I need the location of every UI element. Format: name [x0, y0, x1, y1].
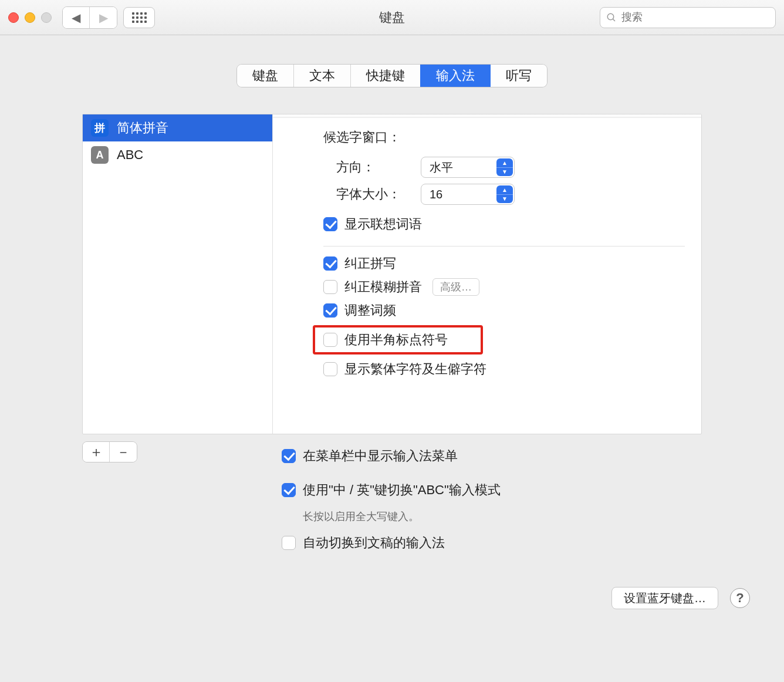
close-window[interactable]: [8, 12, 19, 23]
show-trad-row: 显示繁体字符及生僻字符: [323, 360, 685, 378]
auto-switch-row: 自动切换到文稿的输入法: [282, 534, 501, 552]
scroll-edge: [273, 114, 701, 118]
fontsize-value: 16: [430, 188, 442, 201]
show-assoc-row: 显示联想词语: [323, 215, 685, 233]
global-options: 在菜单栏中显示输入法菜单 使用"中 / 英"键切换"ABC"输入模式 长按以启用…: [282, 441, 501, 558]
halfwidth-punct-highlight: 使用半角标点符号: [313, 325, 483, 354]
source-abc[interactable]: A ABC: [83, 141, 272, 168]
toggle-abc-label: 使用"中 / 英"键切换"ABC"输入模式: [303, 481, 501, 499]
search-icon: [606, 12, 617, 23]
question-icon: ?: [736, 590, 744, 606]
show-assoc-checkbox[interactable]: [323, 217, 337, 231]
add-remove-source: ＋ －: [82, 441, 137, 462]
below-panel: ＋ － 在菜单栏中显示输入法菜单 使用"中 / 英"键切换"ABC"输入模式 长…: [82, 441, 702, 558]
svg-point-0: [607, 13, 614, 20]
nav-back-button[interactable]: ◀: [63, 7, 90, 28]
search-input[interactable]: [621, 11, 769, 23]
source-pinyin[interactable]: 拼 简体拼音: [83, 114, 272, 141]
toggle-abc-row: 使用"中 / 英"键切换"ABC"输入模式: [282, 481, 501, 499]
window-controls: [8, 12, 52, 23]
tab-text[interactable]: 文本: [294, 65, 351, 87]
toggle-abc-hint: 长按以启用全大写键入。: [303, 509, 501, 524]
correct-spelling-checkbox[interactable]: [323, 256, 337, 271]
add-source-button[interactable]: ＋: [83, 442, 110, 462]
correct-spelling-row: 纠正拼写: [323, 255, 685, 272]
grid-icon: [132, 12, 147, 23]
adjust-freq-row: 调整词频: [323, 302, 685, 319]
toggle-abc-checkbox[interactable]: [282, 483, 296, 497]
fuzzy-advanced-button[interactable]: 高级…: [432, 278, 479, 296]
tab-input-sources[interactable]: 输入法: [421, 65, 491, 87]
pinyin-badge-icon: 拼: [91, 119, 109, 137]
titlebar: ◀ ▶ 键盘: [0, 0, 784, 35]
nav-forward-button[interactable]: ▶: [90, 7, 117, 28]
fuzzy-pinyin-checkbox[interactable]: [323, 280, 337, 294]
select-stepper-icon: ▲▼: [496, 185, 513, 203]
bottom-actions: 设置蓝牙键盘… ?: [611, 587, 750, 609]
search-field[interactable]: [600, 7, 776, 28]
svg-line-1: [613, 19, 615, 21]
auto-switch-label: 自动切换到文稿的输入法: [303, 534, 445, 552]
input-source-list: 拼 简体拼音 A ABC: [83, 114, 273, 434]
direction-label: 方向：: [336, 158, 409, 176]
tab-dictation[interactable]: 听写: [491, 65, 547, 87]
adjust-freq-checkbox[interactable]: [323, 303, 337, 318]
source-label: 简体拼音: [117, 119, 168, 137]
halfwidth-punct-row: 使用半角标点符号: [323, 331, 472, 349]
plus-icon: ＋: [89, 443, 103, 461]
tab-shortcuts[interactable]: 快捷键: [351, 65, 421, 87]
tab-keyboard[interactable]: 键盘: [237, 65, 294, 87]
candidate-section-title: 候选字窗口：: [323, 129, 685, 146]
fuzzy-pinyin-row: 纠正模糊拼音 高级…: [323, 278, 685, 296]
remove-source-button[interactable]: －: [110, 442, 137, 462]
zoom-window[interactable]: [41, 12, 52, 23]
fontsize-row: 字体大小： 16 ▲▼: [336, 184, 685, 205]
fontsize-select[interactable]: 16 ▲▼: [421, 184, 515, 205]
halfwidth-punct-checkbox[interactable]: [323, 333, 337, 347]
auto-switch-checkbox[interactable]: [282, 536, 296, 550]
fuzzy-pinyin-label: 纠正模糊拼音: [344, 278, 422, 296]
help-button[interactable]: ?: [730, 588, 750, 608]
fontsize-label: 字体大小：: [336, 185, 409, 203]
minimize-window[interactable]: [25, 12, 35, 23]
chevron-left-icon: ◀: [72, 11, 80, 25]
source-label: ABC: [117, 147, 143, 163]
show-in-menubar-row: 在菜单栏中显示输入法菜单: [282, 447, 501, 465]
bluetooth-keyboard-button[interactable]: 设置蓝牙键盘…: [611, 587, 718, 609]
show-trad-label: 显示繁体字符及生僻字符: [344, 360, 486, 378]
show-assoc-label: 显示联想词语: [344, 215, 422, 233]
show-in-menubar-label: 在菜单栏中显示输入法菜单: [303, 447, 458, 465]
adjust-freq-label: 调整词频: [344, 302, 396, 319]
direction-select[interactable]: 水平 ▲▼: [421, 157, 515, 178]
select-stepper-icon: ▲▼: [496, 158, 513, 176]
content: 键盘 文本 快捷键 输入法 听写 拼 简体拼音 A ABC 候选字窗口：: [0, 35, 784, 682]
tab-bar: 键盘 文本 快捷键 输入法 听写: [237, 65, 547, 87]
source-settings: 候选字窗口： 方向： 水平 ▲▼ 字体大小： 16 ▲▼: [273, 114, 701, 434]
show-in-menubar-checkbox[interactable]: [282, 449, 296, 463]
minus-icon: －: [116, 443, 130, 461]
direction-row: 方向： 水平 ▲▼: [336, 157, 685, 178]
show-all-prefs-button[interactable]: [123, 7, 155, 28]
panel: 拼 简体拼音 A ABC 候选字窗口： 方向： 水平 ▲▼: [82, 114, 702, 558]
chevron-right-icon: ▶: [99, 11, 108, 25]
nav-back-forward: ◀ ▶: [62, 6, 117, 29]
halfwidth-punct-label: 使用半角标点符号: [344, 331, 448, 349]
show-trad-checkbox[interactable]: [323, 362, 337, 376]
divider: [323, 246, 685, 247]
abc-badge-icon: A: [91, 146, 109, 164]
correct-spelling-label: 纠正拼写: [344, 255, 396, 272]
direction-value: 水平: [430, 160, 453, 175]
